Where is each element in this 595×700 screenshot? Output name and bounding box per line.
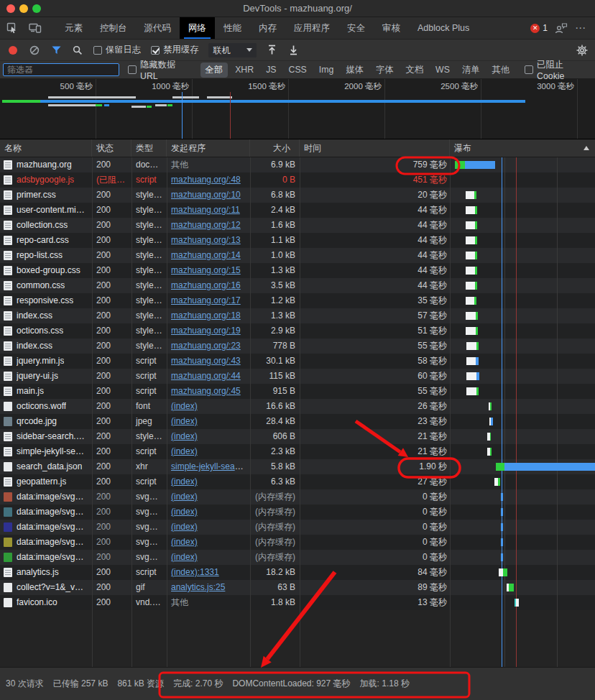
feedback-user-icon[interactable] <box>555 22 568 34</box>
table-row[interactable]: collection.css200styles…mazhuang.org/:12… <box>0 218 595 233</box>
blocked-cookies-checkbox[interactable]: 已阻止 Cookie <box>525 59 592 81</box>
table-row[interactable]: jquery-ui.js200scriptmazhuang.org/:44115… <box>0 369 595 384</box>
filter-pill-2[interactable]: XHR <box>230 63 259 76</box>
initiator-link[interactable]: mazhuang.org/:12 <box>171 220 241 230</box>
initiator-link[interactable]: (index):1331 <box>171 567 219 577</box>
tab-6[interactable]: 内存 <box>250 17 285 39</box>
filter-pill-10[interactable]: 清单 <box>457 63 485 78</box>
column-header-3[interactable]: 类型 <box>132 139 167 157</box>
filter-pill-3[interactable]: JS <box>261 63 281 76</box>
table-row[interactable]: boxed-group.css200styles…mazhuang.org/:1… <box>0 263 595 278</box>
table-row[interactable]: index.css200styles…mazhuang.org/:23778 B… <box>0 339 595 354</box>
initiator-link[interactable]: mazhuang.org/:45 <box>171 386 241 396</box>
initiator-link[interactable]: mazhuang.org/:44 <box>171 371 241 381</box>
hide-data-url-checkbox-box[interactable] <box>128 65 137 74</box>
initiator-link[interactable]: (index) <box>171 492 198 502</box>
initiator-link[interactable]: mazhuang.org/:17 <box>171 295 241 305</box>
tab-1[interactable]: 元素 <box>56 17 91 39</box>
table-row[interactable]: data:image/svg…200svg+…(index)(内存缓存)0 毫秒 <box>0 535 595 550</box>
table-row[interactable]: search_data.json200xhrsimple-jekyll-sear… <box>0 459 595 474</box>
table-row[interactable]: simple-jekyll-se…200script(index)2.3 kB2… <box>0 444 595 459</box>
table-row[interactable]: adsbygoogle.js(已阻…scriptmazhuang.org/:48… <box>0 172 595 188</box>
table-row[interactable]: main.js200scriptmazhuang.org/:45915 B55 … <box>0 384 595 399</box>
network-overview-timeline[interactable]: 500 毫秒1000 毫秒1500 毫秒2000 毫秒2500 毫秒3000 毫… <box>0 79 595 139</box>
tab-3[interactable]: 源代码 <box>136 17 180 39</box>
search-icon[interactable] <box>72 45 83 56</box>
filter-pill-1[interactable]: 全部 <box>200 63 229 78</box>
column-header-4[interactable]: 发起程序 <box>167 139 250 157</box>
filter-pill-7[interactable]: 字体 <box>371 63 399 78</box>
tab-2[interactable]: 控制台 <box>91 17 136 39</box>
filter-pill-6[interactable]: 媒体 <box>341 63 369 78</box>
column-header-2[interactable]: 状态 <box>92 139 132 157</box>
initiator-link[interactable]: mazhuang.org/:11 <box>171 205 240 215</box>
table-row[interactable]: repo-card.css200styles…mazhuang.org/:131… <box>0 233 595 248</box>
tab-9[interactable]: 审核 <box>374 17 409 39</box>
initiator-link[interactable]: analytics.js:25 <box>171 582 225 592</box>
table-row[interactable]: common.css200styles…mazhuang.org/:163.5 … <box>0 278 595 293</box>
blocked-cookies-checkbox-box[interactable] <box>525 65 533 74</box>
table-row[interactable]: jquery.min.js200scriptmazhuang.org/:4330… <box>0 354 595 369</box>
initiator-link[interactable]: mazhuang.org/:13 <box>171 235 241 245</box>
column-header-7[interactable]: 瀑布 <box>450 139 595 157</box>
disable-cache-checkbox[interactable]: 禁用缓存 <box>151 44 198 56</box>
table-row[interactable]: sidebar-search.…200styles…(index)606 B21… <box>0 429 595 444</box>
table-row[interactable]: index.css200styles…mazhuang.org/:181.3 k… <box>0 308 595 323</box>
initiator-link[interactable]: (index) <box>171 416 198 426</box>
table-row[interactable]: octicons.css200styles…mazhuang.org/:192.… <box>0 323 595 339</box>
initiator-link[interactable]: mazhuang.org/:16 <box>171 280 241 290</box>
settings-gear-icon[interactable] <box>576 45 588 56</box>
column-header-5[interactable]: 大小 <box>250 139 300 157</box>
initiator-link[interactable]: (index) <box>171 522 198 532</box>
hide-data-url-checkbox[interactable]: 隐藏数据 URL <box>128 59 195 81</box>
import-har-icon[interactable] <box>267 45 278 56</box>
table-row[interactable]: analytics.js200script(index):133118.2 kB… <box>0 565 595 580</box>
initiator-link[interactable]: mazhuang.org/:19 <box>171 326 241 336</box>
tab-10[interactable]: Adblock Plus <box>409 17 478 39</box>
initiator-link[interactable]: mazhuang.org/:14 <box>171 250 241 260</box>
table-row[interactable]: mazhuang.org200docu…其他6.9 kB759 毫秒 <box>0 157 595 172</box>
table-row[interactable]: collect?v=1&_v…200gifanalytics.js:2563 B… <box>0 580 595 595</box>
initiator-link[interactable]: simple-jekyll-sear… <box>171 461 246 471</box>
initiator-link[interactable]: (index) <box>171 446 198 456</box>
preserve-log-checkbox[interactable]: 保留日志 <box>93 44 141 56</box>
table-row[interactable]: data:image/svg…200svg+…(index)(内存缓存)0 毫秒 <box>0 520 595 535</box>
table-row[interactable]: qrcode.jpg200jpeg(index)28.4 kB23 毫秒 <box>0 414 595 429</box>
initiator-link[interactable]: (index) <box>171 431 198 441</box>
more-options-icon[interactable]: ⋯ <box>575 22 586 34</box>
filter-pill-5[interactable]: Img <box>314 63 339 76</box>
disable-cache-checkbox-box[interactable] <box>151 46 160 55</box>
throttling-select[interactable]: 联机 <box>208 43 257 57</box>
filter-pill-4[interactable]: CSS <box>284 63 312 76</box>
clear-network-log-icon[interactable] <box>29 45 40 56</box>
table-row[interactable]: favicon.ico200vnd.…其他1.8 kB13 毫秒 <box>0 595 595 610</box>
initiator-link[interactable]: mazhuang.org/:23 <box>171 341 241 351</box>
table-row[interactable]: geopattern.js200script(index)6.3 kB27 毫秒 <box>0 474 595 489</box>
initiator-link[interactable]: (index) <box>171 552 198 562</box>
table-row[interactable]: data:image/svg…200svg+…(index)(内存缓存)0 毫秒 <box>0 550 595 565</box>
table-row[interactable]: responsive.css200styles…mazhuang.org/:17… <box>0 293 595 308</box>
filter-pill-11[interactable]: 其他 <box>486 63 515 78</box>
column-header-1[interactable]: 名称 <box>0 139 92 157</box>
initiator-link[interactable]: mazhuang.org/:48 <box>171 175 241 185</box>
initiator-link[interactable]: mazhuang.org/:10 <box>171 190 241 200</box>
filter-pill-9[interactable]: WS <box>430 63 455 76</box>
table-row[interactable]: data:image/svg…200svg+…(index)(内存缓存)0 毫秒 <box>0 489 595 505</box>
record-network-log-button[interactable] <box>7 45 19 56</box>
inspect-element-icon[interactable] <box>6 22 19 34</box>
device-toolbar-icon[interactable] <box>29 22 42 34</box>
column-header-6[interactable]: 时间 <box>300 139 450 157</box>
initiator-link[interactable]: (index) <box>171 537 198 547</box>
initiator-link[interactable]: mazhuang.org/:43 <box>171 356 241 366</box>
initiator-link[interactable]: (index) <box>171 401 198 411</box>
table-row[interactable]: primer.css200styles…mazhuang.org/:106.8 … <box>0 188 595 203</box>
tab-8[interactable]: 安全 <box>338 17 374 39</box>
error-count-badge[interactable]: ✕ 1 <box>530 23 548 33</box>
tab-4[interactable]: 网络 <box>180 17 215 39</box>
initiator-link[interactable]: mazhuang.org/:15 <box>171 265 241 275</box>
export-har-icon[interactable] <box>288 45 300 56</box>
table-row[interactable]: octicons.woff200font(index)16.6 kB26 毫秒 <box>0 399 595 414</box>
table-row[interactable]: repo-list.css200styles…mazhuang.org/:141… <box>0 248 595 263</box>
tab-7[interactable]: 应用程序 <box>285 17 338 39</box>
initiator-link[interactable]: (index) <box>171 507 198 517</box>
